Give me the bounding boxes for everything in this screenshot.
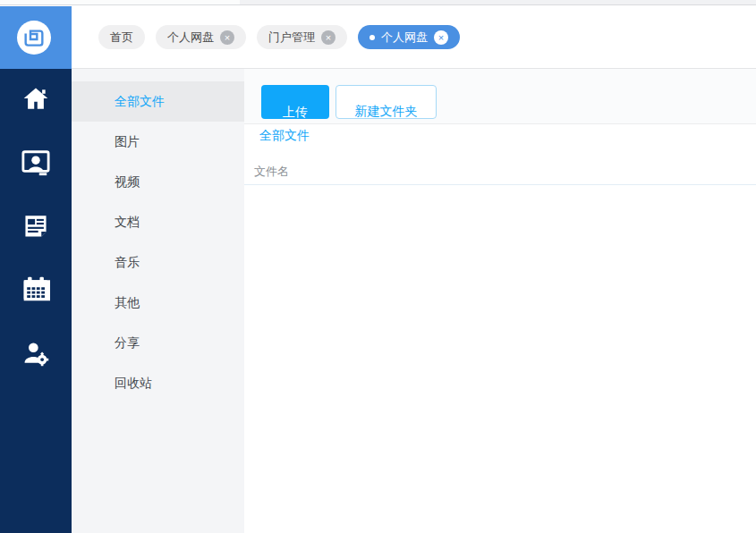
- file-toolbar: 上传 新建文件夹: [244, 69, 756, 124]
- app-logo[interactable]: [0, 6, 72, 69]
- sidebar-item-videos[interactable]: 视频: [72, 162, 244, 202]
- file-category-sidebar: 全部文件 图片 视频 文档 音乐 其他 分享 回收站: [72, 69, 244, 533]
- main-nav-sidebar: [0, 69, 72, 533]
- top-strip: [0, 0, 756, 5]
- tab-personal-drive-1[interactable]: 个人网盘 ×: [156, 25, 246, 49]
- close-icon[interactable]: ×: [434, 30, 448, 45]
- sidebar-item-share[interactable]: 分享: [72, 323, 244, 363]
- sidebar-item-others[interactable]: 其他: [72, 283, 244, 323]
- home-icon[interactable]: [0, 81, 72, 117]
- tab-home[interactable]: 首页: [98, 25, 145, 49]
- tab-personal-drive-active[interactable]: 个人网盘 ×: [358, 25, 460, 49]
- sidebar-item-pictures[interactable]: 图片: [72, 122, 244, 162]
- upload-button[interactable]: 上传: [261, 85, 329, 119]
- file-list-empty-area: [244, 186, 756, 533]
- sidebar-item-recycle-bin[interactable]: 回收站: [72, 363, 244, 403]
- news-icon[interactable]: [0, 207, 72, 243]
- user-settings-icon[interactable]: [0, 335, 72, 371]
- contacts-icon[interactable]: [0, 145, 72, 181]
- new-folder-button-label: 新建文件夹: [336, 104, 436, 120]
- upload-button-label: 上传: [261, 105, 329, 119]
- sidebar-item-documents[interactable]: 文档: [72, 202, 244, 242]
- tab-label: 首页: [110, 30, 133, 46]
- app-window: 首页 个人网盘 × 门户管理 × 个人网盘 ×: [0, 0, 756, 533]
- tab-label: 个人网盘: [381, 30, 428, 46]
- main-content: 上传 新建文件夹 全部文件 文件名: [244, 69, 756, 533]
- close-icon[interactable]: ×: [321, 30, 336, 45]
- file-name-column-header: 文件名: [244, 158, 756, 185]
- new-folder-button[interactable]: 新建文件夹: [336, 85, 437, 119]
- tab-label: 门户管理: [268, 30, 315, 46]
- top-strip-right: [240, 0, 756, 4]
- sidebar-item-music[interactable]: 音乐: [72, 242, 244, 283]
- tab-label: 个人网盘: [167, 30, 214, 46]
- calendar-icon[interactable]: [0, 271, 72, 307]
- tab-portal-management[interactable]: 门户管理 ×: [257, 25, 347, 49]
- sidebar-item-all-files[interactable]: 全部文件: [72, 81, 244, 122]
- breadcrumb[interactable]: 全部文件: [259, 128, 310, 144]
- tab-bar: 首页 个人网盘 × 门户管理 × 个人网盘 ×: [72, 6, 756, 69]
- logo-circle: [17, 21, 51, 55]
- close-icon[interactable]: ×: [220, 30, 234, 45]
- spiral-logo-icon: [23, 27, 45, 48]
- active-tab-dot: [370, 35, 375, 40]
